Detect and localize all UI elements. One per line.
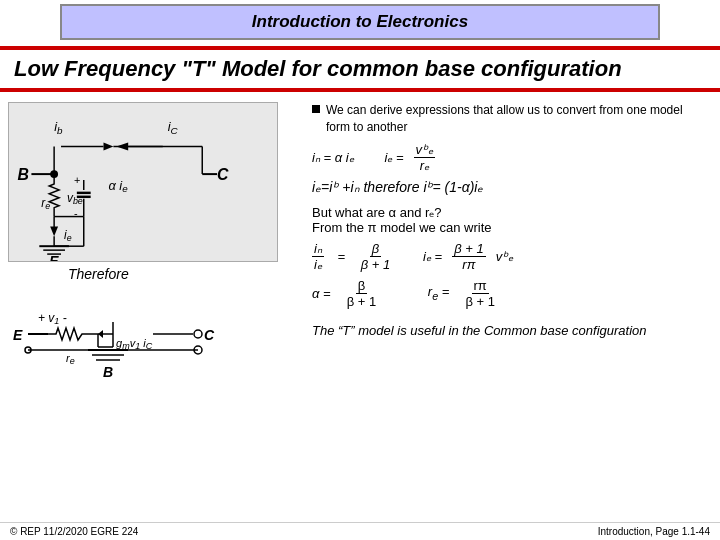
ie-vbe: vᵇₑ [496,249,514,264]
from-text: From the π model we can write [312,220,706,235]
eq1-fraction: vᵇₑ rₑ [414,142,436,173]
beta-over-betaplus1: β β + 1 [359,241,392,272]
eq2-block: iₑ=iᵇ +iₙ therefore iᵇ= (1-α)iₑ [312,179,706,195]
svg-point-46 [194,330,202,338]
right-panel: We can derive expressions that allow us … [306,98,712,468]
eq1-lhs: iₙ = α iₑ [312,150,354,165]
svg-text:re: re [66,352,75,366]
ic-den: iₑ [312,257,324,272]
re-fraction: rπ β + 1 [463,278,497,309]
footer: © REP 11/2/2020 EGRE 224 Introduction, P… [0,522,720,540]
subtitle-banner: Low Frequency "T" Model for common base … [0,46,720,92]
alpha-num: β [356,278,367,294]
svg-text:re: re [41,196,50,211]
re-den: β + 1 [463,294,497,309]
svg-text:+: + [74,174,80,186]
re-sym: re = [428,284,450,302]
ie-frac-num: β + 1 [452,241,485,257]
but-text: But what are α and rₑ? [312,205,706,220]
svg-text:α ie: α ie [108,178,128,194]
svg-text:E: E [49,253,59,261]
alpha-den: β + 1 [345,294,379,309]
eq1-rhs-pre: iₑ = [384,150,403,165]
svg-text:E: E [13,327,23,343]
footer-copyright: © REP 11/2/2020 EGRE 224 [10,526,138,537]
footer-page: Introduction, Page 1.1-44 [598,526,710,537]
left-panel: B ib iC C [8,98,298,468]
svg-marker-5 [104,143,114,151]
svg-text:ib: ib [54,119,63,136]
svg-text:C: C [204,327,215,343]
bottom-text: The “T” model is useful in the Common ba… [312,323,706,338]
bullet-content: We can derive expressions that allow us … [326,102,706,136]
ic-over-ie: iₙ iₑ [312,241,324,272]
beta-den: β + 1 [359,257,392,272]
eq1-frac-num: vᵇₑ [414,142,436,158]
bullet-block: We can derive expressions that allow us … [312,102,706,136]
bullet-icon [312,105,320,113]
fraction-eq-block: iₙ iₑ = β β + 1 iₑ = β + 1 rπ vᵇₑ [312,241,706,272]
beta-num: β [370,241,381,257]
page-title: Introduction to Electronics [60,4,660,40]
re-num: rπ [472,278,489,294]
eq1-block: iₙ = α iₑ iₑ = vᵇₑ rₑ [312,142,706,173]
svg-text:B: B [18,166,29,183]
svg-text:C: C [217,166,229,183]
svg-text:B: B [103,364,113,380]
alpha-fraction: β β + 1 [345,278,379,309]
ie-frac-den: rπ [460,257,477,272]
circuit-top-diagram: B ib iC C [8,102,278,262]
therefore-label: Therefore [68,266,298,282]
svg-text:+ v1 -: + v1 - [38,311,67,326]
alpha-sym: α = [312,286,331,301]
ie-eq-pre: iₑ = [423,249,442,264]
svg-text:gmv1 iC: gmv1 iC [116,337,153,351]
therefore-eq-block: α = β β + 1 re = rπ β + 1 [312,278,706,309]
eq-equals: = [334,249,349,264]
ie-fraction: β + 1 rπ [452,241,485,272]
ic-num: iₙ [312,241,324,257]
svg-marker-25 [50,226,58,236]
svg-text:iC: iC [168,119,179,136]
main-content: B ib iC C [0,98,720,468]
eq1-frac-den: rₑ [418,158,431,173]
circuit-bottom-diagram: E + v1 - re gmv1 iC [8,292,278,412]
svg-text:ie: ie [64,228,72,243]
